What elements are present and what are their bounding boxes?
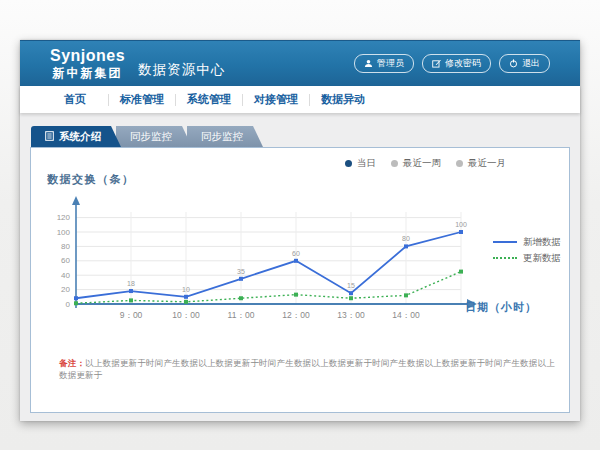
footnote: 备注：以上数据更新于时间产生数据以上数据更新于时间产生数据以上数据更新于时间产生… xyxy=(59,358,555,382)
svg-text:10: 10 xyxy=(182,286,190,293)
tab-sync-monitor-1[interactable]: 同步监控 xyxy=(116,126,192,147)
main-nav: 首页 标准管理 系统管理 对接管理 数据异动 xyxy=(20,86,580,113)
svg-text:100: 100 xyxy=(57,228,71,237)
footnote-prefix: 备注： xyxy=(59,358,85,368)
footnote-text: 以上数据更新于时间产生数据以上数据更新于时间产生数据以上数据更新于时间产生数据以… xyxy=(59,358,555,380)
svg-text:13：00: 13：00 xyxy=(337,310,365,320)
svg-text:35: 35 xyxy=(237,268,245,275)
time-range-filter: 当日 最近一周 最近一月 xyxy=(345,157,506,170)
range-option-label: 当日 xyxy=(357,157,376,170)
solid-line-icon xyxy=(493,241,517,243)
logout-label: 退出 xyxy=(522,57,540,70)
legend-item-new-data[interactable]: 新增数据 xyxy=(493,234,569,250)
power-icon xyxy=(509,59,518,68)
desktop-background: { "brand": { "logo_main": "Synjones", "l… xyxy=(0,0,600,450)
range-option-label: 最近一月 xyxy=(468,157,506,170)
brand-logo-text: Synjones xyxy=(50,48,125,64)
legend-label: 更新数据 xyxy=(523,252,561,265)
app-header: Synjones 新中新集团 数据资源中心 管理员 修改密码 退出 xyxy=(20,40,580,86)
nav-item-interface-mgmt[interactable]: 对接管理 xyxy=(243,92,309,107)
svg-text:80: 80 xyxy=(61,242,70,251)
document-icon xyxy=(45,131,54,143)
radio-unselected-icon xyxy=(391,160,398,167)
svg-text:15: 15 xyxy=(347,282,355,289)
dotted-line-icon xyxy=(493,257,517,259)
chart-legend: 新增数据 更新数据 xyxy=(493,234,569,266)
svg-text:9：00: 9：00 xyxy=(120,310,143,320)
page-title: 数据资源中心 xyxy=(138,61,225,79)
range-option-label: 最近一周 xyxy=(403,157,441,170)
legend-item-update-data[interactable]: 更新数据 xyxy=(493,250,569,266)
legend-label: 新增数据 xyxy=(523,236,561,249)
edit-icon xyxy=(432,59,441,68)
svg-text:80: 80 xyxy=(402,235,410,242)
header-actions: 管理员 修改密码 退出 xyxy=(354,54,550,73)
user-icon xyxy=(364,59,373,68)
svg-text:14：00: 14：00 xyxy=(392,310,420,320)
app-window: Synjones 新中新集团 数据资源中心 管理员 修改密码 退出 xyxy=(20,40,580,421)
svg-text:0: 0 xyxy=(66,300,71,309)
svg-text:18: 18 xyxy=(127,280,135,287)
radio-unselected-icon xyxy=(456,160,463,167)
brand-logo-subtext: 新中新集团 xyxy=(50,67,125,79)
nav-item-home[interactable]: 首页 xyxy=(42,92,108,107)
x-axis-title: 日期（小时） xyxy=(465,300,537,315)
svg-text:10：00: 10：00 xyxy=(172,310,200,320)
tab-system-intro[interactable]: 系统介绍 xyxy=(31,126,121,147)
admin-user-label: 管理员 xyxy=(377,57,404,70)
change-password-button[interactable]: 修改密码 xyxy=(422,54,491,73)
tab-label: 同步监控 xyxy=(201,130,243,144)
svg-text:60: 60 xyxy=(292,250,300,257)
brand-logo[interactable]: Synjones 新中新集团 xyxy=(50,48,125,79)
svg-text:120: 120 xyxy=(57,213,71,222)
range-option-last-month[interactable]: 最近一月 xyxy=(456,157,506,170)
nav-item-standard-mgmt[interactable]: 标准管理 xyxy=(109,92,175,107)
svg-text:11：00: 11：00 xyxy=(228,310,255,320)
chart-panel: 当日 最近一周 最近一月 数据交换（条） 0204060801001209：00… xyxy=(30,147,570,413)
tab-sync-monitor-2[interactable]: 同步监控 xyxy=(187,126,263,147)
svg-text:40: 40 xyxy=(61,271,70,280)
admin-user-button[interactable]: 管理员 xyxy=(354,54,414,73)
range-option-today[interactable]: 当日 xyxy=(345,157,376,170)
tab-label: 系统介绍 xyxy=(59,130,101,144)
svg-text:60: 60 xyxy=(61,256,70,265)
logout-button[interactable]: 退出 xyxy=(499,54,550,73)
change-password-label: 修改密码 xyxy=(445,57,481,70)
nav-item-system-mgmt[interactable]: 系统管理 xyxy=(176,92,242,107)
svg-text:12：00: 12：00 xyxy=(282,310,310,320)
tab-label: 同步监控 xyxy=(130,130,172,144)
radio-selected-icon xyxy=(345,160,352,167)
tab-bar: 系统介绍 同步监控 同步监控 xyxy=(31,126,570,147)
svg-text:20: 20 xyxy=(61,285,70,294)
svg-text:100: 100 xyxy=(455,221,467,228)
nav-item-data-change[interactable]: 数据异动 xyxy=(310,92,376,107)
range-option-last-week[interactable]: 最近一周 xyxy=(391,157,441,170)
content-area: 系统介绍 同步监控 同步监控 当日 最近一周 xyxy=(20,113,580,413)
